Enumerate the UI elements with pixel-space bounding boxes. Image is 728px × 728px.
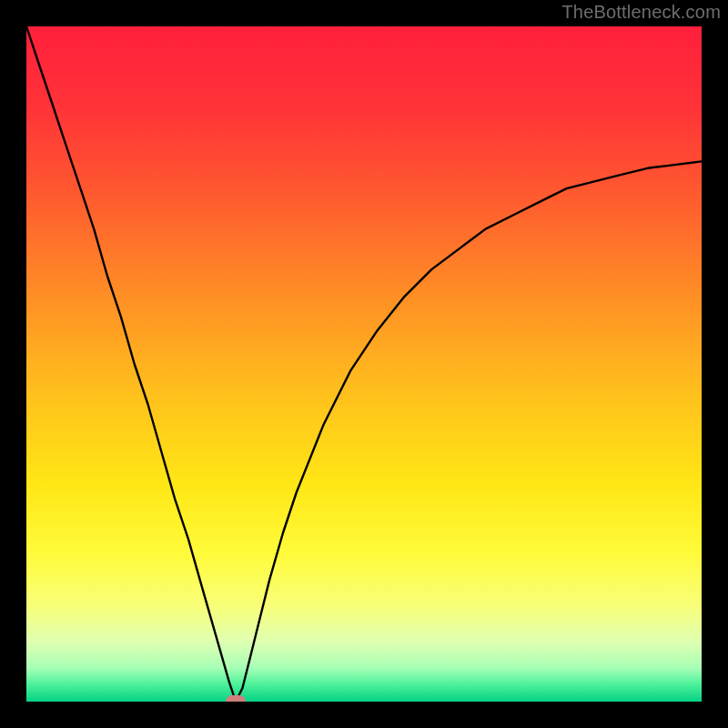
chart-frame: TheBottleneck.com bbox=[0, 0, 728, 728]
watermark-text: TheBottleneck.com bbox=[561, 2, 721, 23]
plot-area bbox=[26, 26, 702, 702]
gradient-background bbox=[26, 26, 702, 702]
optimal-point-marker bbox=[226, 695, 246, 702]
chart-svg bbox=[26, 26, 702, 702]
